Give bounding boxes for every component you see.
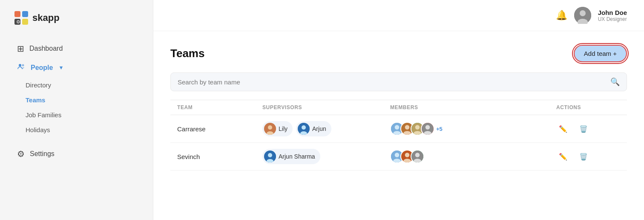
edit-button-carrarese[interactable]: ✏️ [556, 123, 570, 135]
top-header: 🔔 John Doe UX Designer [153, 0, 644, 31]
supervisor-chip-lily: Lily [262, 121, 293, 136]
settings-icon: ⚙ [17, 149, 25, 159]
people-icon [17, 62, 26, 73]
svg-point-14 [302, 125, 306, 130]
svg-point-29 [268, 153, 272, 157]
delete-button-sevinch[interactable]: 🗑️ [577, 151, 590, 162]
chevron-down-icon: ▾ [60, 64, 63, 71]
svg-point-26 [426, 125, 430, 130]
svg-rect-1 [22, 11, 28, 17]
col-supervisors: SUPERVISORS [262, 104, 390, 110]
search-input[interactable] [178, 78, 610, 86]
sidebar-item-directory[interactable]: Directory [26, 78, 153, 92]
svg-rect-0 [14, 11, 20, 17]
svg-point-6 [22, 64, 24, 67]
supervisors-carrarese: Lily Arjun [262, 121, 390, 136]
table-header: TEAM SUPERVISORS MEMBERS ACTIONS [170, 100, 627, 115]
search-icon: 🔍 [610, 77, 620, 87]
svg-point-38 [415, 153, 420, 157]
svg-point-36 [403, 159, 411, 163]
search-bar: 🔍 [170, 72, 627, 91]
table-row: Sevinch Arjun Sharma ✏️ 🗑️ [170, 143, 627, 171]
svg-rect-4 [22, 19, 28, 25]
sub-nav-people: Directory Teams Job Families Holidays [0, 77, 153, 138]
dashboard-icon: ⊞ [17, 43, 24, 54]
svg-point-23 [415, 125, 420, 130]
svg-point-8 [580, 10, 586, 16]
svg-point-5 [19, 64, 21, 67]
logo: ⚙ skapp [0, 10, 153, 39]
col-team: TEAM [177, 104, 262, 110]
sidebar-item-label-dashboard: Dashboard [29, 45, 63, 52]
supervisor-avatar-arjun [298, 123, 310, 135]
sidebar-item-job-families[interactable]: Job Families [26, 108, 153, 122]
delete-button-carrarese[interactable]: 🗑️ [577, 123, 590, 135]
notification-bell[interactable]: 🔔 [556, 10, 567, 21]
sidebar-item-teams[interactable]: Teams [26, 93, 153, 107]
sidebar-item-people[interactable]: People ▾ [3, 58, 150, 77]
supervisor-chip-arjun: Arjun [296, 121, 331, 136]
members-carrarese: +5 [390, 122, 556, 136]
sidebar-item-label-people: People [31, 64, 53, 72]
svg-point-20 [405, 125, 410, 130]
col-members: MEMBERS [390, 104, 556, 110]
teams-table: TEAM SUPERVISORS MEMBERS ACTIONS Carrare… [170, 100, 627, 171]
svg-point-18 [393, 131, 401, 136]
svg-point-21 [403, 131, 411, 136]
user-role: UX Designer [598, 16, 627, 22]
supervisor-name-lily: Lily [279, 125, 288, 132]
svg-point-27 [424, 131, 431, 136]
member-count-carrarese: +5 [436, 126, 443, 132]
supervisor-chip-arjun-sharma: Arjun Sharma [262, 149, 320, 164]
edit-button-sevinch[interactable]: ✏️ [556, 151, 570, 162]
sidebar-item-dashboard[interactable]: ⊞ Dashboard [3, 39, 150, 58]
svg-point-35 [405, 153, 410, 157]
page-title: Teams [170, 47, 204, 60]
content-header: Teams Add team + [170, 45, 627, 62]
supervisors-sevinch: Arjun Sharma [262, 149, 390, 164]
svg-point-11 [268, 125, 272, 130]
member-avatar [421, 122, 434, 136]
members-sevinch [390, 150, 556, 163]
col-actions: ACTIONS [556, 104, 620, 110]
actions-sevinch: ✏️ 🗑️ [556, 151, 620, 162]
user-name: John Doe [598, 9, 627, 16]
user-info: John Doe UX Designer [598, 9, 627, 22]
svg-point-32 [395, 153, 400, 157]
table-row: Carrarese Lily Arjun [170, 115, 627, 143]
svg-point-33 [393, 159, 401, 163]
supervisor-avatar-arjun-sharma [264, 151, 276, 162]
svg-point-24 [414, 131, 421, 136]
main-content: 🔔 John Doe UX Designer Teams Add team + … [153, 0, 644, 220]
supervisor-name-arjun-sharma: Arjun Sharma [279, 153, 315, 160]
app-name: skapp [32, 12, 60, 23]
logo-icon: ⚙ [14, 10, 29, 26]
content-area: Teams Add team + 🔍 TEAM SUPERVISORS MEMB… [153, 31, 644, 220]
supervisor-avatar-lily [264, 123, 276, 135]
svg-point-39 [414, 159, 421, 163]
svg-point-17 [395, 125, 400, 130]
add-team-button[interactable]: Add team + [574, 45, 627, 62]
sidebar-item-holidays[interactable]: Holidays [26, 123, 153, 137]
sidebar-item-label-settings: Settings [30, 150, 55, 158]
team-name-sevinch: Sevinch [177, 153, 262, 160]
supervisor-name-arjun: Arjun [312, 125, 326, 132]
sidebar-item-settings[interactable]: ⚙ Settings [3, 145, 150, 163]
sidebar: ⚙ skapp ⊞ Dashboard People ▾ Directory T… [0, 0, 153, 220]
svg-text:⚙: ⚙ [16, 19, 20, 24]
actions-carrarese: ✏️ 🗑️ [556, 123, 620, 135]
team-name-carrarese: Carrarese [177, 125, 262, 133]
avatar [574, 7, 591, 24]
member-avatar [411, 150, 424, 163]
